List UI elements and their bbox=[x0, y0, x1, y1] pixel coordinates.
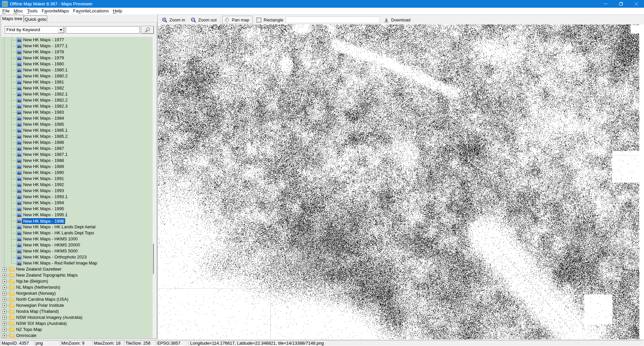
tree-item[interactable]: New HK Maps - 1982.2 bbox=[1, 97, 153, 103]
tab-maps-tree[interactable]: Maps tree bbox=[1, 15, 24, 22]
zoom-in-button[interactable]: Zoom in bbox=[160, 16, 187, 24]
combo-dropdown-button[interactable] bbox=[58, 27, 64, 33]
tree-item[interactable]: New HK Maps - 1988 bbox=[1, 158, 153, 164]
tree-item[interactable]: New HK Maps - 1996 bbox=[1, 218, 153, 224]
tree-item-label: New HK Maps - 1995.1 bbox=[23, 212, 67, 218]
menu-item-favoritemaps[interactable]: FavoriteMaps bbox=[40, 8, 71, 14]
pan-map-button[interactable]: Pan map bbox=[222, 16, 253, 24]
search-button[interactable] bbox=[141, 26, 154, 34]
tree-item[interactable]: New HK Maps - 1986 bbox=[1, 139, 153, 146]
map-layer-icon-wrap bbox=[16, 104, 22, 109]
close-button[interactable] bbox=[629, 0, 644, 8]
tree-connector bbox=[11, 64, 16, 64]
tree-connector bbox=[11, 118, 16, 119]
tree-item[interactable]: New HK Maps - 1983 bbox=[1, 109, 153, 115]
minimize-button[interactable] bbox=[598, 0, 613, 8]
map-viewport[interactable] bbox=[158, 24, 644, 339]
map-layer-icon bbox=[16, 134, 22, 139]
tree-connector bbox=[11, 94, 16, 95]
tree-item[interactable]: Norwegian Polar Institute bbox=[1, 302, 153, 308]
tree-item[interactable]: New HK Maps - HKMS 20000 bbox=[1, 242, 153, 248]
tree-item[interactable]: New HK Maps - Red Relief Image Map bbox=[1, 260, 153, 266]
menu-item-misc[interactable]: Misc bbox=[12, 8, 25, 14]
tree-item[interactable]: New HK Maps - 1990 bbox=[1, 170, 153, 176]
expand-plus-icon[interactable] bbox=[3, 310, 6, 313]
expand-plus-icon[interactable] bbox=[3, 268, 6, 271]
expand-plus-icon[interactable] bbox=[3, 316, 6, 320]
tree-item-label: New Zealand Topographic Maps bbox=[16, 272, 77, 278]
tree-item[interactable]: New Zealand Topographic Maps bbox=[1, 272, 153, 278]
zoom-out-button[interactable]: Zoom out bbox=[189, 16, 219, 24]
tree-item[interactable]: New HK Maps - 1995.1 bbox=[1, 212, 153, 218]
tree-item[interactable]: Nostra Map (Thailand) bbox=[1, 308, 153, 314]
tree-item[interactable]: New HK Maps - 1980.1 bbox=[1, 67, 153, 73]
expand-plus-icon[interactable] bbox=[3, 328, 6, 332]
download-button[interactable]: Download bbox=[382, 16, 413, 24]
tree-item[interactable]: Norgeskart (Norway) bbox=[1, 290, 153, 296]
tree-item[interactable]: New HK Maps - 1993 bbox=[1, 188, 153, 194]
tree-item[interactable]: New HK Maps - 1987 bbox=[1, 146, 153, 152]
tree-item[interactable]: New HK Maps - 1979 bbox=[1, 55, 153, 61]
tree-item[interactable]: New HK Maps - 1980 bbox=[1, 61, 153, 67]
tree-item[interactable]: NSW SIX Maps (Australia) bbox=[1, 321, 153, 327]
tree-item[interactable]: New HK Maps - 1984 bbox=[1, 115, 153, 121]
expand-plus-icon[interactable] bbox=[3, 274, 6, 277]
tree-item[interactable]: New HK Maps - HK Lands Dept Aerial bbox=[1, 224, 153, 230]
menu-item-file[interactable]: File bbox=[0, 8, 12, 14]
tree-item[interactable]: NL Maps (Netherlands) bbox=[1, 284, 153, 290]
tree-item[interactable]: New HK Maps - 1982.3 bbox=[1, 103, 153, 109]
tree-item[interactable]: New HK Maps - 1977.1 bbox=[1, 43, 153, 49]
tree-item[interactable]: New HK Maps - 1995 bbox=[1, 206, 153, 212]
tree-item[interactable]: New HK Maps - 1980.2 bbox=[1, 73, 153, 79]
expand-plus-icon[interactable] bbox=[3, 280, 6, 283]
tree-connector bbox=[11, 161, 16, 161]
tree-item[interactable]: New HK Maps - 1985 bbox=[1, 121, 153, 127]
tree-item[interactable]: New HK Maps - 1994 bbox=[1, 200, 153, 206]
tree-item[interactable]: Omniscale bbox=[1, 333, 153, 338]
menu-item-favoritelocations[interactable]: FavoriteLocations bbox=[71, 8, 111, 14]
map-layer-icon bbox=[16, 44, 22, 49]
rectangle-button[interactable]: Rectangle bbox=[254, 16, 285, 24]
tree-item[interactable]: New HK Maps - HK Lands Dept Topo bbox=[1, 230, 153, 236]
tree-item[interactable]: New HK Maps - 1981 bbox=[1, 79, 153, 85]
tree-item[interactable]: New HK Maps - 1985.1 bbox=[1, 127, 153, 133]
tree-item[interactable]: New HK Maps - 1991 bbox=[1, 176, 153, 182]
tree-item[interactable]: New HK Maps - 1993.1 bbox=[1, 194, 153, 200]
expand-plus-icon[interactable] bbox=[3, 322, 6, 326]
tree-item-label: New HK Maps - 1994 bbox=[23, 200, 64, 206]
tree-scrollbar-thumb[interactable] bbox=[153, 244, 154, 274]
search-input[interactable] bbox=[66, 26, 140, 34]
expand-plus-icon[interactable] bbox=[3, 334, 6, 338]
tree-item[interactable]: New HK Maps - Orthophoto 2023 bbox=[1, 254, 153, 260]
tree-item-label: New HK Maps - 1983 bbox=[23, 109, 64, 115]
tree-item[interactable]: NZ Topo Map bbox=[1, 327, 153, 333]
expand-plus-icon[interactable] bbox=[3, 298, 6, 301]
map-canvas[interactable] bbox=[158, 24, 644, 339]
toolbar-input[interactable] bbox=[286, 16, 380, 23]
tree-item[interactable]: New HK Maps - 1982.1 bbox=[1, 91, 153, 97]
map-layer-icon bbox=[16, 158, 22, 163]
tree-item[interactable]: North Carolina Maps (USA) bbox=[1, 296, 153, 302]
find-mode-combobox[interactable]: Find by Keyword bbox=[5, 26, 64, 34]
tree-item[interactable]: New HK Maps - 1985.2 bbox=[1, 133, 153, 139]
tree-item[interactable]: New HK Maps - HKMS 5000 bbox=[1, 248, 153, 254]
tree-item[interactable]: Ngi.be (Belgium) bbox=[1, 278, 153, 284]
expand-plus-icon[interactable] bbox=[3, 304, 6, 307]
tree-item-label: New HK Maps - 1996 bbox=[22, 218, 65, 224]
tree-item[interactable]: New HK Maps - HKMS 1000 bbox=[1, 236, 153, 242]
tab-quick-goto[interactable]: Quick goto bbox=[24, 15, 47, 22]
tree-item[interactable]: NSW Historical Imagery (Australia) bbox=[1, 314, 153, 321]
restore-button[interactable] bbox=[613, 0, 629, 8]
tree-item[interactable]: New HK Maps - 1982 bbox=[1, 85, 153, 91]
expand-plus-icon[interactable] bbox=[3, 286, 6, 289]
tree-item[interactable]: New HK Maps - 1992 bbox=[1, 182, 153, 188]
tree-item[interactable]: New HK Maps - 1978 bbox=[1, 49, 153, 55]
tree-item[interactable]: New Zealand Gazetteer bbox=[1, 266, 153, 272]
tree-item[interactable]: New HK Maps - 1987.1 bbox=[1, 152, 153, 158]
tree-item-label: New HK Maps - 1977 bbox=[23, 37, 64, 43]
expand-plus-icon[interactable] bbox=[3, 292, 6, 295]
menu-item-help[interactable]: Help bbox=[111, 8, 124, 14]
menu-item-tools[interactable]: Tools bbox=[25, 8, 40, 14]
tree-item[interactable]: New HK Maps - 1989 bbox=[1, 164, 153, 170]
tree-item[interactable]: New HK Maps - 1977 bbox=[1, 37, 153, 43]
